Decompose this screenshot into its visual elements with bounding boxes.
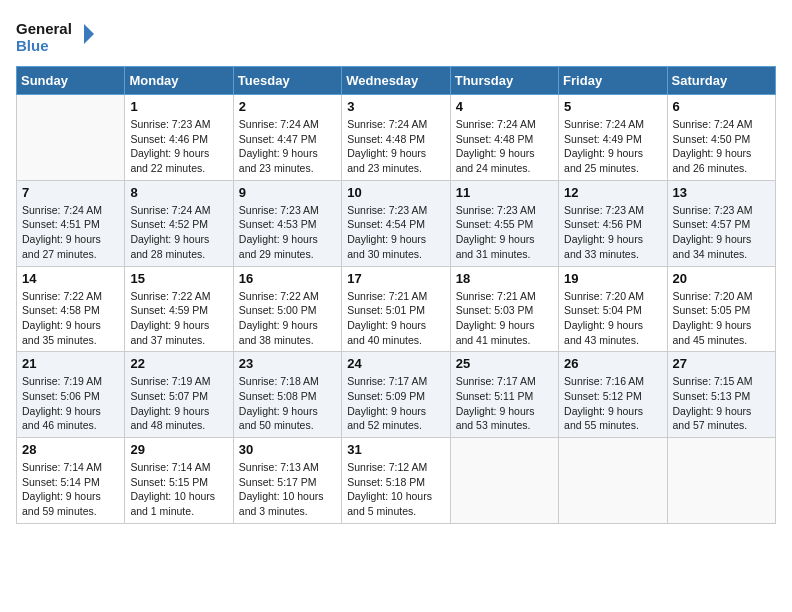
- day-number: 22: [130, 356, 227, 371]
- calendar-cell: 15Sunrise: 7:22 AMSunset: 4:59 PMDayligh…: [125, 266, 233, 352]
- day-info: Sunrise: 7:19 AMSunset: 5:07 PMDaylight:…: [130, 374, 227, 433]
- calendar-cell: 11Sunrise: 7:23 AMSunset: 4:55 PMDayligh…: [450, 180, 558, 266]
- weekday-header-tuesday: Tuesday: [233, 67, 341, 95]
- day-number: 25: [456, 356, 553, 371]
- weekday-header-wednesday: Wednesday: [342, 67, 450, 95]
- weekday-header-thursday: Thursday: [450, 67, 558, 95]
- day-number: 17: [347, 271, 444, 286]
- calendar-cell: 25Sunrise: 7:17 AMSunset: 5:11 PMDayligh…: [450, 352, 558, 438]
- calendar-cell: 4Sunrise: 7:24 AMSunset: 4:48 PMDaylight…: [450, 95, 558, 181]
- calendar-cell: 2Sunrise: 7:24 AMSunset: 4:47 PMDaylight…: [233, 95, 341, 181]
- calendar-cell: [17, 95, 125, 181]
- logo: General Blue: [16, 16, 96, 56]
- day-number: 6: [673, 99, 770, 114]
- day-number: 29: [130, 442, 227, 457]
- day-info: Sunrise: 7:24 AMSunset: 4:48 PMDaylight:…: [456, 117, 553, 176]
- day-info: Sunrise: 7:12 AMSunset: 5:18 PMDaylight:…: [347, 460, 444, 519]
- day-info: Sunrise: 7:24 AMSunset: 4:52 PMDaylight:…: [130, 203, 227, 262]
- calendar-cell: [667, 438, 775, 524]
- day-info: Sunrise: 7:17 AMSunset: 5:09 PMDaylight:…: [347, 374, 444, 433]
- week-row-2: 7Sunrise: 7:24 AMSunset: 4:51 PMDaylight…: [17, 180, 776, 266]
- svg-text:General: General: [16, 20, 72, 37]
- day-info: Sunrise: 7:21 AMSunset: 5:01 PMDaylight:…: [347, 289, 444, 348]
- calendar-cell: 1Sunrise: 7:23 AMSunset: 4:46 PMDaylight…: [125, 95, 233, 181]
- day-info: Sunrise: 7:17 AMSunset: 5:11 PMDaylight:…: [456, 374, 553, 433]
- weekday-header-sunday: Sunday: [17, 67, 125, 95]
- day-number: 5: [564, 99, 661, 114]
- week-row-3: 14Sunrise: 7:22 AMSunset: 4:58 PMDayligh…: [17, 266, 776, 352]
- day-info: Sunrise: 7:19 AMSunset: 5:06 PMDaylight:…: [22, 374, 119, 433]
- calendar-cell: 19Sunrise: 7:20 AMSunset: 5:04 PMDayligh…: [559, 266, 667, 352]
- calendar-cell: [450, 438, 558, 524]
- calendar-cell: 8Sunrise: 7:24 AMSunset: 4:52 PMDaylight…: [125, 180, 233, 266]
- day-info: Sunrise: 7:13 AMSunset: 5:17 PMDaylight:…: [239, 460, 336, 519]
- day-info: Sunrise: 7:24 AMSunset: 4:49 PMDaylight:…: [564, 117, 661, 176]
- day-number: 19: [564, 271, 661, 286]
- calendar-cell: 13Sunrise: 7:23 AMSunset: 4:57 PMDayligh…: [667, 180, 775, 266]
- day-number: 11: [456, 185, 553, 200]
- day-info: Sunrise: 7:23 AMSunset: 4:57 PMDaylight:…: [673, 203, 770, 262]
- day-number: 24: [347, 356, 444, 371]
- calendar-table: SundayMondayTuesdayWednesdayThursdayFrid…: [16, 66, 776, 524]
- day-number: 13: [673, 185, 770, 200]
- weekday-header-row: SundayMondayTuesdayWednesdayThursdayFrid…: [17, 67, 776, 95]
- day-number: 1: [130, 99, 227, 114]
- calendar-cell: 17Sunrise: 7:21 AMSunset: 5:01 PMDayligh…: [342, 266, 450, 352]
- day-number: 8: [130, 185, 227, 200]
- page-header: General Blue: [16, 16, 776, 56]
- calendar-cell: 10Sunrise: 7:23 AMSunset: 4:54 PMDayligh…: [342, 180, 450, 266]
- day-number: 9: [239, 185, 336, 200]
- day-info: Sunrise: 7:21 AMSunset: 5:03 PMDaylight:…: [456, 289, 553, 348]
- calendar-cell: 5Sunrise: 7:24 AMSunset: 4:49 PMDaylight…: [559, 95, 667, 181]
- day-number: 18: [456, 271, 553, 286]
- week-row-4: 21Sunrise: 7:19 AMSunset: 5:06 PMDayligh…: [17, 352, 776, 438]
- day-info: Sunrise: 7:16 AMSunset: 5:12 PMDaylight:…: [564, 374, 661, 433]
- day-number: 23: [239, 356, 336, 371]
- day-number: 30: [239, 442, 336, 457]
- day-number: 7: [22, 185, 119, 200]
- day-number: 28: [22, 442, 119, 457]
- calendar-cell: 16Sunrise: 7:22 AMSunset: 5:00 PMDayligh…: [233, 266, 341, 352]
- calendar-cell: 20Sunrise: 7:20 AMSunset: 5:05 PMDayligh…: [667, 266, 775, 352]
- calendar-cell: 31Sunrise: 7:12 AMSunset: 5:18 PMDayligh…: [342, 438, 450, 524]
- calendar-cell: 29Sunrise: 7:14 AMSunset: 5:15 PMDayligh…: [125, 438, 233, 524]
- calendar-cell: 3Sunrise: 7:24 AMSunset: 4:48 PMDaylight…: [342, 95, 450, 181]
- calendar-cell: 7Sunrise: 7:24 AMSunset: 4:51 PMDaylight…: [17, 180, 125, 266]
- day-info: Sunrise: 7:18 AMSunset: 5:08 PMDaylight:…: [239, 374, 336, 433]
- calendar-cell: 14Sunrise: 7:22 AMSunset: 4:58 PMDayligh…: [17, 266, 125, 352]
- svg-text:Blue: Blue: [16, 37, 49, 54]
- svg-marker-2: [84, 24, 94, 44]
- day-info: Sunrise: 7:24 AMSunset: 4:51 PMDaylight:…: [22, 203, 119, 262]
- day-number: 4: [456, 99, 553, 114]
- day-number: 15: [130, 271, 227, 286]
- day-info: Sunrise: 7:22 AMSunset: 4:59 PMDaylight:…: [130, 289, 227, 348]
- day-info: Sunrise: 7:23 AMSunset: 4:54 PMDaylight:…: [347, 203, 444, 262]
- day-number: 14: [22, 271, 119, 286]
- day-number: 26: [564, 356, 661, 371]
- day-number: 20: [673, 271, 770, 286]
- day-number: 12: [564, 185, 661, 200]
- day-info: Sunrise: 7:20 AMSunset: 5:04 PMDaylight:…: [564, 289, 661, 348]
- calendar-cell: 21Sunrise: 7:19 AMSunset: 5:06 PMDayligh…: [17, 352, 125, 438]
- day-info: Sunrise: 7:23 AMSunset: 4:56 PMDaylight:…: [564, 203, 661, 262]
- calendar-cell: 30Sunrise: 7:13 AMSunset: 5:17 PMDayligh…: [233, 438, 341, 524]
- day-number: 31: [347, 442, 444, 457]
- day-info: Sunrise: 7:14 AMSunset: 5:15 PMDaylight:…: [130, 460, 227, 519]
- calendar-cell: 27Sunrise: 7:15 AMSunset: 5:13 PMDayligh…: [667, 352, 775, 438]
- calendar-cell: 23Sunrise: 7:18 AMSunset: 5:08 PMDayligh…: [233, 352, 341, 438]
- logo-svg: General Blue: [16, 16, 96, 56]
- week-row-5: 28Sunrise: 7:14 AMSunset: 5:14 PMDayligh…: [17, 438, 776, 524]
- weekday-header-saturday: Saturday: [667, 67, 775, 95]
- day-info: Sunrise: 7:14 AMSunset: 5:14 PMDaylight:…: [22, 460, 119, 519]
- calendar-cell: 26Sunrise: 7:16 AMSunset: 5:12 PMDayligh…: [559, 352, 667, 438]
- day-info: Sunrise: 7:23 AMSunset: 4:55 PMDaylight:…: [456, 203, 553, 262]
- calendar-cell: 18Sunrise: 7:21 AMSunset: 5:03 PMDayligh…: [450, 266, 558, 352]
- weekday-header-friday: Friday: [559, 67, 667, 95]
- calendar-cell: 12Sunrise: 7:23 AMSunset: 4:56 PMDayligh…: [559, 180, 667, 266]
- day-info: Sunrise: 7:23 AMSunset: 4:53 PMDaylight:…: [239, 203, 336, 262]
- day-info: Sunrise: 7:22 AMSunset: 5:00 PMDaylight:…: [239, 289, 336, 348]
- day-number: 16: [239, 271, 336, 286]
- day-number: 21: [22, 356, 119, 371]
- weekday-header-monday: Monday: [125, 67, 233, 95]
- calendar-cell: 24Sunrise: 7:17 AMSunset: 5:09 PMDayligh…: [342, 352, 450, 438]
